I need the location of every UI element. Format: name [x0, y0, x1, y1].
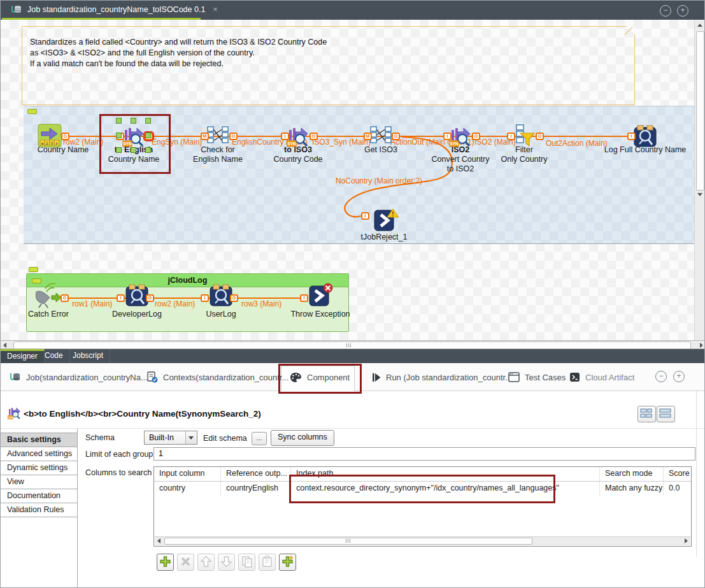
port-in[interactable]: I [201, 294, 209, 302]
header-input-column[interactable]: Input column [154, 467, 221, 481]
component-to-iso3[interactable]: SYN [286, 124, 310, 148]
port-in[interactable]: I [117, 294, 125, 302]
subjob-collapse-marker[interactable] [27, 109, 37, 114]
tab-test-cases[interactable]: Test Cases [508, 371, 566, 384]
scroll-left-arrow[interactable] [157, 538, 160, 543]
x-icon [178, 554, 193, 569]
connection-label-out2action[interactable]: Out2Action (Main) [546, 139, 608, 148]
component-tjobreject[interactable] [373, 208, 400, 232]
sync-columns-button[interactable]: Sync columns [271, 430, 334, 446]
scroll-left-arrow[interactable] [3, 343, 6, 348]
limit-of-each-group-input[interactable]: 1 [153, 447, 695, 461]
menu-item-advanced-settings[interactable]: Advanced settings [1, 447, 77, 461]
table-horizontal-scrollbar[interactable] [155, 536, 690, 545]
cell-score-threshold[interactable]: 0.0 [664, 482, 691, 496]
horizontal-scroll-thumb[interactable] [13, 341, 691, 349]
tab-cloud-artifact[interactable]: Cloud Artifact [569, 371, 634, 384]
component-throw-exception[interactable] [308, 283, 332, 307]
port-in[interactable]: I [300, 294, 308, 302]
tab-code[interactable]: Code [38, 349, 70, 363]
schema-dropdown[interactable]: Built-In [144, 431, 197, 445]
port-out[interactable]: O [392, 133, 400, 140]
move-up-button[interactable] [197, 554, 215, 571]
scroll-right-arrow[interactable] [685, 538, 688, 543]
component-filter-only-country[interactable] [512, 124, 536, 148]
job-design-canvas[interactable]: Standardizes a field called <Country> an… [1, 20, 705, 340]
filter-columns-icon [512, 124, 536, 148]
port-out[interactable]: O [146, 294, 154, 302]
menu-item-dynamic-settings[interactable]: Dynamic settings [1, 461, 77, 475]
component-log-full-country-name[interactable] [633, 124, 657, 148]
note-box[interactable]: Standardizes a field called <Country> an… [22, 26, 635, 105]
component-check-for-english-name[interactable] [206, 124, 230, 148]
tab-contexts[interactable]: Contexts(standardization_countr... [147, 371, 288, 384]
grid-layout-icon [638, 406, 654, 420]
jcloudlog-header[interactable]: jCloudLog [27, 274, 348, 287]
minimize-icon[interactable]: − [660, 5, 671, 17]
job-document-tab[interactable]: Job standardization_countryName_toISOCod… [4, 1, 224, 18]
tab-run[interactable]: Run (Job standardization_countr... [372, 371, 512, 384]
menu-item-basic-settings[interactable]: Basic settings [1, 433, 77, 447]
log-catcher-icon [32, 283, 62, 308]
paste-button[interactable] [259, 554, 276, 571]
view-tab-bar: Designer Code Jobscript [1, 349, 705, 363]
canvas-vertical-scrollbar[interactable] [694, 20, 705, 340]
close-icon[interactable]: × [213, 4, 218, 14]
panel-minimize-icon[interactable]: − [655, 371, 667, 382]
subjob-collapse-marker[interactable] [29, 267, 38, 272]
cell-input-column[interactable]: country [154, 482, 221, 496]
delete-row-button[interactable] [177, 554, 194, 571]
menu-item-documentation[interactable]: Documentation [1, 489, 77, 503]
chevron-down-icon[interactable] [185, 431, 197, 444]
canvas-horizontal-scrollbar[interactable] [1, 340, 705, 349]
maximize-icon[interactable]: + [677, 5, 688, 17]
component-catch-error[interactable] [32, 283, 62, 307]
port-out[interactable]: O [230, 294, 238, 302]
header-search-mode[interactable]: Search mode [600, 467, 664, 481]
header-reference-output[interactable]: Reference outp... [221, 467, 291, 481]
scroll-down-arrow[interactable] [697, 193, 702, 196]
list-layout-button[interactable] [657, 406, 675, 422]
port-out[interactable]: O [536, 133, 544, 140]
columns-to-search-table[interactable]: Input column Reference outp... Index pat… [153, 466, 692, 547]
add-row-button[interactable] [157, 554, 174, 571]
port-main[interactable]: M [364, 133, 372, 140]
port-in[interactable]: I [507, 133, 515, 140]
add-all-columns-button[interactable] [279, 554, 296, 571]
component-iso2[interactable]: SYN [448, 124, 473, 148]
port-in[interactable]: I [361, 212, 369, 220]
scroll-right-arrow[interactable] [700, 343, 703, 348]
port-out[interactable]: O [310, 133, 318, 140]
connection-label-row2[interactable]: row2 (Main) [155, 299, 195, 308]
port-main[interactable]: M [201, 133, 209, 140]
job-tab-title: Job standardization_countryName_toISOCod… [27, 5, 205, 14]
port-out[interactable]: O [472, 133, 480, 140]
cell-search-mode[interactable]: Match any fuzzy [600, 482, 664, 496]
vertical-scroll-thumb[interactable] [696, 31, 704, 190]
tab-jobscript[interactable]: Jobscript [66, 349, 110, 363]
port-in[interactable]: I [627, 133, 636, 140]
panel-maximize-icon[interactable]: + [673, 371, 685, 382]
connection-label-nocountry[interactable]: NoCountry (Main order:2) [336, 176, 422, 185]
menu-item-validation-rules[interactable]: Validation Rules [1, 503, 77, 517]
header-score-threshold[interactable]: Score threshold [664, 467, 691, 481]
cell-reference-output[interactable]: countryEnglish [221, 482, 291, 496]
connection-label-row1[interactable]: row1 (Main) [72, 299, 112, 308]
port-out[interactable]: O [229, 133, 238, 140]
table-scroll-thumb[interactable] [164, 538, 532, 545]
connection-label-iso3syn[interactable]: ISO3_Syn (Main) [312, 138, 371, 147]
component-country-name[interactable]: a 2 3 z [38, 124, 62, 148]
port-in[interactable]: I [281, 133, 289, 140]
copy-button[interactable] [238, 554, 255, 571]
move-down-button[interactable] [218, 554, 235, 571]
component-get-iso3[interactable] [369, 124, 393, 148]
edit-schema-button[interactable]: ... [252, 432, 267, 445]
port-out[interactable]: O [61, 133, 69, 140]
connection-label-row3[interactable]: row3 (Main) [241, 299, 281, 308]
scroll-up-arrow[interactable] [697, 24, 702, 27]
grid-layout-button[interactable] [637, 406, 656, 422]
port-in[interactable]: I [443, 133, 452, 140]
menu-item-view[interactable]: View [1, 475, 77, 489]
port-out[interactable]: O [61, 294, 69, 302]
tab-job[interactable]: Job(standardization_countryNa... [10, 371, 148, 384]
